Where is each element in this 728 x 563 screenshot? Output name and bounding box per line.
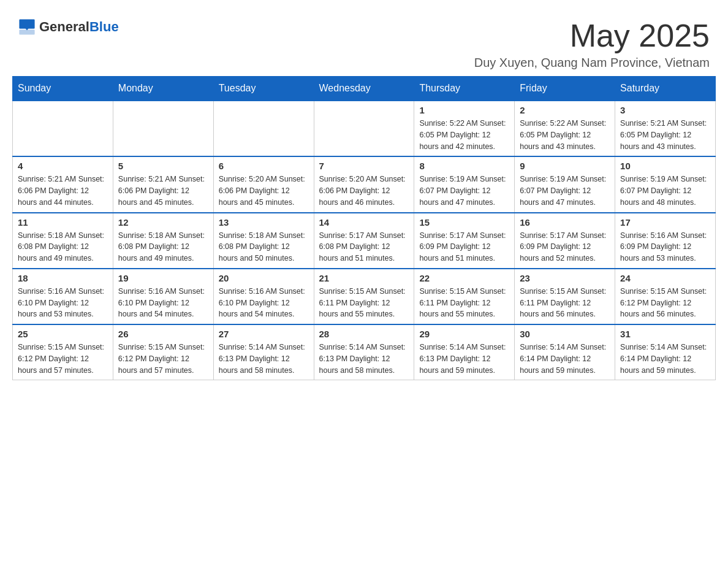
calendar-header-tuesday: Tuesday xyxy=(213,77,314,101)
day-number: 4 xyxy=(18,161,108,171)
logo-icon xyxy=(18,18,36,36)
calendar-header-monday: Monday xyxy=(113,77,213,101)
calendar-cell: 13Sunrise: 5:18 AM Sunset: 6:08 PM Dayli… xyxy=(213,213,314,269)
calendar-cell: 30Sunrise: 5:14 AM Sunset: 6:14 PM Dayli… xyxy=(515,324,615,380)
logo-text: GeneralBlue xyxy=(39,19,119,35)
day-number: 23 xyxy=(520,273,610,283)
calendar-cell: 3Sunrise: 5:21 AM Sunset: 6:05 PM Daylig… xyxy=(615,101,716,156)
day-info: Sunrise: 5:17 AM Sunset: 6:09 PM Dayligh… xyxy=(520,230,610,264)
day-info: Sunrise: 5:19 AM Sunset: 6:07 PM Dayligh… xyxy=(419,174,509,208)
calendar-week-row: 4Sunrise: 5:21 AM Sunset: 6:06 PM Daylig… xyxy=(13,156,716,212)
calendar-header-sunday: Sunday xyxy=(13,77,113,101)
calendar-cell: 31Sunrise: 5:14 AM Sunset: 6:14 PM Dayli… xyxy=(615,324,716,380)
calendar-cell: 18Sunrise: 5:16 AM Sunset: 6:10 PM Dayli… xyxy=(13,269,113,324)
calendar-week-row: 25Sunrise: 5:15 AM Sunset: 6:12 PM Dayli… xyxy=(13,324,716,380)
day-number: 5 xyxy=(118,161,208,171)
calendar-week-row: 18Sunrise: 5:16 AM Sunset: 6:10 PM Dayli… xyxy=(13,269,716,324)
day-number: 3 xyxy=(620,105,710,115)
calendar-header-friday: Friday xyxy=(515,77,615,101)
day-info: Sunrise: 5:15 AM Sunset: 6:11 PM Dayligh… xyxy=(520,286,610,320)
day-info: Sunrise: 5:15 AM Sunset: 6:12 PM Dayligh… xyxy=(18,342,108,376)
calendar-cell: 16Sunrise: 5:17 AM Sunset: 6:09 PM Dayli… xyxy=(515,213,615,269)
day-number: 2 xyxy=(520,105,610,115)
day-info: Sunrise: 5:18 AM Sunset: 6:08 PM Dayligh… xyxy=(18,230,108,264)
calendar-cell: 17Sunrise: 5:16 AM Sunset: 6:09 PM Dayli… xyxy=(615,213,716,269)
day-number: 24 xyxy=(620,273,710,283)
day-info: Sunrise: 5:16 AM Sunset: 6:10 PM Dayligh… xyxy=(18,286,108,320)
calendar-cell: 20Sunrise: 5:16 AM Sunset: 6:10 PM Dayli… xyxy=(213,269,314,324)
location-title: Duy Xuyen, Quang Nam Province, Vietnam xyxy=(474,56,710,70)
calendar-cell: 14Sunrise: 5:17 AM Sunset: 6:08 PM Dayli… xyxy=(314,213,414,269)
day-number: 20 xyxy=(219,273,309,283)
day-number: 21 xyxy=(319,273,409,283)
calendar-cell: 24Sunrise: 5:15 AM Sunset: 6:12 PM Dayli… xyxy=(615,269,716,324)
calendar-cell: 5Sunrise: 5:21 AM Sunset: 6:06 PM Daylig… xyxy=(113,156,213,212)
day-number: 25 xyxy=(18,329,108,339)
calendar-cell: 6Sunrise: 5:20 AM Sunset: 6:06 PM Daylig… xyxy=(213,156,314,212)
calendar-cell: 12Sunrise: 5:18 AM Sunset: 6:08 PM Dayli… xyxy=(113,213,213,269)
calendar-cell xyxy=(13,101,113,156)
day-info: Sunrise: 5:15 AM Sunset: 6:11 PM Dayligh… xyxy=(319,286,409,320)
calendar-cell: 2Sunrise: 5:22 AM Sunset: 6:05 PM Daylig… xyxy=(515,101,615,156)
calendar-cell: 1Sunrise: 5:22 AM Sunset: 6:05 PM Daylig… xyxy=(414,101,515,156)
calendar-cell: 9Sunrise: 5:19 AM Sunset: 6:07 PM Daylig… xyxy=(515,156,615,212)
day-info: Sunrise: 5:16 AM Sunset: 6:10 PM Dayligh… xyxy=(219,286,309,320)
day-info: Sunrise: 5:19 AM Sunset: 6:07 PM Dayligh… xyxy=(520,174,610,208)
calendar-cell xyxy=(113,101,213,156)
calendar-cell: 11Sunrise: 5:18 AM Sunset: 6:08 PM Dayli… xyxy=(13,213,113,269)
day-number: 27 xyxy=(219,329,309,339)
day-info: Sunrise: 5:14 AM Sunset: 6:13 PM Dayligh… xyxy=(419,342,509,376)
calendar-cell: 7Sunrise: 5:20 AM Sunset: 6:06 PM Daylig… xyxy=(314,156,414,212)
logo-general: General xyxy=(39,19,89,34)
calendar-cell: 21Sunrise: 5:15 AM Sunset: 6:11 PM Dayli… xyxy=(314,269,414,324)
day-number: 13 xyxy=(219,217,309,228)
day-info: Sunrise: 5:21 AM Sunset: 6:05 PM Dayligh… xyxy=(620,118,710,152)
day-number: 22 xyxy=(419,273,509,283)
day-number: 6 xyxy=(219,161,309,171)
day-info: Sunrise: 5:16 AM Sunset: 6:10 PM Dayligh… xyxy=(118,286,208,320)
calendar-cell xyxy=(213,101,314,156)
day-number: 11 xyxy=(18,217,108,228)
day-info: Sunrise: 5:18 AM Sunset: 6:08 PM Dayligh… xyxy=(219,230,309,264)
calendar-cell xyxy=(314,101,414,156)
calendar-table: SundayMondayTuesdayWednesdayThursdayFrid… xyxy=(12,76,716,380)
calendar-cell: 22Sunrise: 5:15 AM Sunset: 6:11 PM Dayli… xyxy=(414,269,515,324)
calendar-cell: 25Sunrise: 5:15 AM Sunset: 6:12 PM Dayli… xyxy=(13,324,113,380)
calendar-cell: 8Sunrise: 5:19 AM Sunset: 6:07 PM Daylig… xyxy=(414,156,515,212)
day-number: 26 xyxy=(118,329,208,339)
calendar-cell: 26Sunrise: 5:15 AM Sunset: 6:12 PM Dayli… xyxy=(113,324,213,380)
day-info: Sunrise: 5:15 AM Sunset: 6:12 PM Dayligh… xyxy=(118,342,208,376)
calendar-cell: 10Sunrise: 5:19 AM Sunset: 6:07 PM Dayli… xyxy=(615,156,716,212)
day-info: Sunrise: 5:21 AM Sunset: 6:06 PM Dayligh… xyxy=(18,174,108,208)
day-number: 16 xyxy=(520,217,610,228)
svg-rect-2 xyxy=(19,29,34,34)
calendar-cell: 28Sunrise: 5:14 AM Sunset: 6:13 PM Dayli… xyxy=(314,324,414,380)
day-info: Sunrise: 5:22 AM Sunset: 6:05 PM Dayligh… xyxy=(419,118,509,152)
day-info: Sunrise: 5:14 AM Sunset: 6:13 PM Dayligh… xyxy=(319,342,409,376)
logo-blue: Blue xyxy=(89,19,119,34)
day-number: 8 xyxy=(419,161,509,171)
calendar-cell: 23Sunrise: 5:15 AM Sunset: 6:11 PM Dayli… xyxy=(515,269,615,324)
logo: GeneralBlue xyxy=(18,18,119,36)
day-info: Sunrise: 5:20 AM Sunset: 6:06 PM Dayligh… xyxy=(319,174,409,208)
day-info: Sunrise: 5:18 AM Sunset: 6:08 PM Dayligh… xyxy=(118,230,208,264)
day-info: Sunrise: 5:22 AM Sunset: 6:05 PM Dayligh… xyxy=(520,118,610,152)
calendar-header-thursday: Thursday xyxy=(414,77,515,101)
day-info: Sunrise: 5:17 AM Sunset: 6:09 PM Dayligh… xyxy=(419,230,509,264)
day-number: 10 xyxy=(620,161,710,171)
calendar-header-row: SundayMondayTuesdayWednesdayThursdayFrid… xyxy=(13,77,716,101)
calendar-cell: 19Sunrise: 5:16 AM Sunset: 6:10 PM Dayli… xyxy=(113,269,213,324)
day-info: Sunrise: 5:19 AM Sunset: 6:07 PM Dayligh… xyxy=(620,174,710,208)
calendar-cell: 27Sunrise: 5:14 AM Sunset: 6:13 PM Dayli… xyxy=(213,324,314,380)
day-number: 30 xyxy=(520,329,610,339)
day-number: 17 xyxy=(620,217,710,228)
day-number: 28 xyxy=(319,329,409,339)
day-number: 9 xyxy=(520,161,610,171)
title-section: May 2025 Duy Xuyen, Quang Nam Province, … xyxy=(474,18,710,70)
day-number: 29 xyxy=(419,329,509,339)
calendar-header-wednesday: Wednesday xyxy=(314,77,414,101)
day-info: Sunrise: 5:20 AM Sunset: 6:06 PM Dayligh… xyxy=(219,174,309,208)
day-info: Sunrise: 5:14 AM Sunset: 6:14 PM Dayligh… xyxy=(520,342,610,376)
day-info: Sunrise: 5:15 AM Sunset: 6:11 PM Dayligh… xyxy=(419,286,509,320)
day-number: 14 xyxy=(319,217,409,228)
